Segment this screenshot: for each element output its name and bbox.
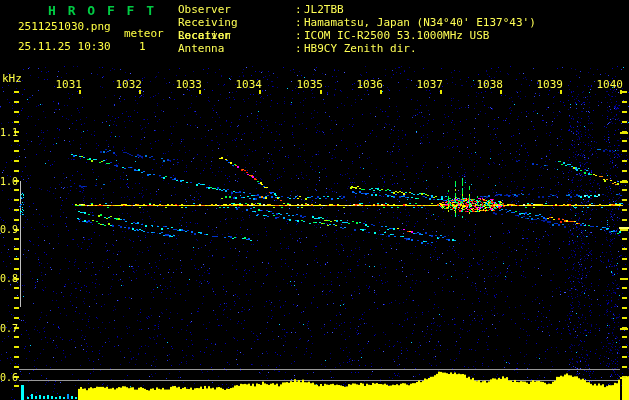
time-tick-label: 1032 bbox=[112, 78, 142, 91]
station-info-row: Observer:JL2TBB bbox=[178, 3, 536, 16]
info-separator: : bbox=[295, 42, 304, 55]
info-label: Receiver bbox=[178, 29, 295, 42]
time-tick-label: 1039 bbox=[533, 78, 563, 91]
app-title: H R O F F T bbox=[48, 4, 156, 17]
info-separator: : bbox=[295, 3, 304, 16]
observation-mode: meteor bbox=[124, 28, 164, 39]
station-info-row: Receiver:ICOM IC-R2500 53.1000MHz USB bbox=[178, 29, 536, 42]
info-value: Hamamatsu, Japan (N34°40' E137°43') bbox=[304, 16, 536, 29]
output-filename: 2511251030.png bbox=[18, 21, 111, 32]
observation-datetime: 25.11.25 10:30 bbox=[18, 41, 111, 52]
time-tick-label: 1040 bbox=[593, 78, 623, 91]
station-info-table: Observer:JL2TBBReceiving Location:Hamama… bbox=[178, 3, 536, 55]
meteor-count: 1 bbox=[139, 41, 146, 52]
info-value: HB9CY Zenith dir. bbox=[304, 42, 417, 55]
station-info-row: Receiving Location:Hamamatsu, Japan (N34… bbox=[178, 16, 536, 29]
info-label: Observer bbox=[178, 3, 295, 16]
info-label: Antenna bbox=[178, 42, 295, 55]
time-tick-label: 1035 bbox=[293, 78, 323, 91]
info-value: ICOM IC-R2500 53.1000MHz USB bbox=[304, 29, 489, 42]
freq-tick-label: 1.1 bbox=[0, 127, 13, 138]
time-tick-label: 1033 bbox=[172, 78, 202, 91]
frequency-axis-unit: kHz bbox=[2, 73, 22, 84]
freq-tick-label: 0.7 bbox=[0, 323, 13, 334]
time-tick-label: 1037 bbox=[413, 78, 443, 91]
station-info-row: Antenna:HB9CY Zenith dir. bbox=[178, 42, 536, 55]
time-tick-label: 1031 bbox=[52, 78, 82, 91]
info-separator: : bbox=[295, 16, 304, 29]
freq-tick-label: 1.0 bbox=[0, 176, 13, 187]
info-value: JL2TBB bbox=[304, 3, 344, 16]
freq-tick-label: 0.6 bbox=[0, 372, 13, 383]
freq-tick-label: 0.8 bbox=[0, 273, 13, 284]
spectrogram-canvas bbox=[0, 0, 629, 400]
hrofft-screen: H R O F F T 2511251030.png meteor 25.11.… bbox=[0, 0, 629, 400]
info-separator: : bbox=[295, 29, 304, 42]
time-tick-label: 1036 bbox=[353, 78, 383, 91]
freq-tick-label: 0.9 bbox=[0, 224, 13, 235]
time-tick-label: 1038 bbox=[473, 78, 503, 91]
time-tick-label: 1034 bbox=[232, 78, 262, 91]
